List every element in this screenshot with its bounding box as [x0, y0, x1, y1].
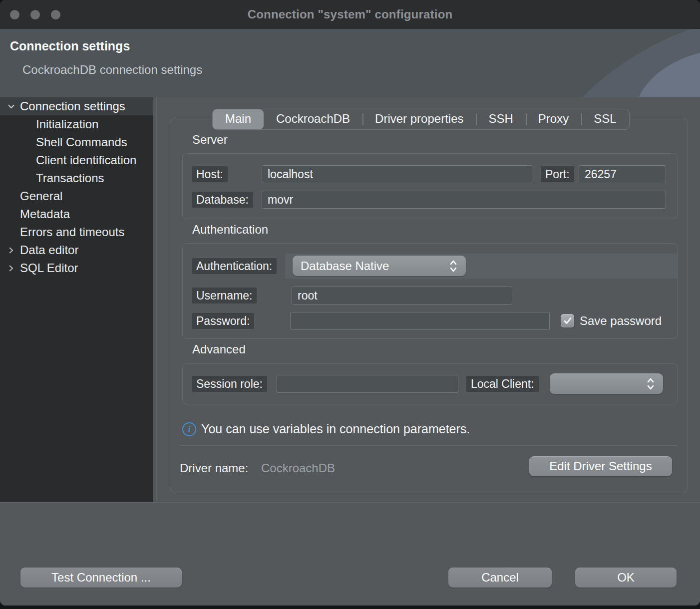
checkmark-icon: [563, 317, 572, 325]
sidebar-item-connection-settings[interactable]: Connection settings: [0, 97, 153, 115]
chevron-right-icon[interactable]: [4, 241, 18, 259]
sidebar-item-client-identification[interactable]: Client identification: [0, 151, 153, 169]
connection-configuration-dialog: Connection "system" configuration Connec…: [0, 0, 700, 606]
sidebar-item-initialization[interactable]: Initialization: [0, 115, 153, 133]
decorative-swirl-graphic: [550, 29, 700, 97]
host-input[interactable]: [262, 165, 532, 183]
chevron-down-icon[interactable]: [4, 97, 18, 115]
test-connection-button[interactable]: Test Connection ...: [20, 568, 182, 588]
tab-main[interactable]: Main: [213, 109, 264, 129]
authentication-select-value: Database Native: [301, 259, 449, 273]
sidebar-item-shell-commands[interactable]: Shell Commands: [0, 133, 153, 151]
database-input[interactable]: [262, 191, 666, 209]
port-input[interactable]: [579, 165, 666, 183]
window-title: Connection "system" configuration: [248, 7, 453, 21]
chevron-right-icon[interactable]: [4, 259, 18, 277]
username-label: Username:: [192, 288, 257, 304]
driver-name-value: CockroachDB: [261, 461, 335, 475]
tab-ssh[interactable]: SSH: [476, 109, 525, 129]
advanced-groupbox: Session role: Local Client:: [182, 363, 678, 404]
host-label: Host:: [192, 166, 228, 182]
tab-driver-properties[interactable]: Driver properties: [362, 109, 476, 129]
driver-divider: [180, 445, 677, 446]
authentication-groupbox: Authentication: Database Native Username…: [182, 243, 678, 339]
zoom-button[interactable]: [51, 10, 60, 19]
password-label: Password:: [192, 313, 254, 329]
ok-button[interactable]: OK: [575, 568, 677, 588]
cancel-button[interactable]: Cancel: [448, 568, 552, 588]
main-area: Connection settings Initialization Shell…: [0, 97, 700, 503]
advanced-section-heading: Advanced: [192, 342, 246, 356]
up-down-chevrons-icon: [646, 377, 655, 391]
page-title: Connection settings: [10, 39, 130, 53]
tab-ssl[interactable]: SSL: [581, 109, 629, 129]
up-down-chevrons-icon: [449, 259, 458, 273]
tab-cockroachdb[interactable]: CockroachDB: [264, 109, 362, 129]
sidebar-item-metadata[interactable]: Metadata: [0, 205, 153, 223]
sidebar-item-transactions[interactable]: Transactions: [0, 169, 153, 187]
session-role-input[interactable]: [277, 375, 458, 393]
server-groupbox: Host: Port: Database:: [182, 153, 678, 219]
authentication-section-heading: Authentication: [192, 223, 268, 237]
sidebar-item-data-editor[interactable]: Data editor: [0, 241, 153, 259]
database-label: Database:: [192, 192, 253, 208]
minimize-button[interactable]: [30, 10, 40, 19]
title-bar: Connection "system" configuration: [0, 0, 700, 29]
username-input[interactable]: [292, 287, 512, 304]
save-password-checkbox[interactable]: [561, 314, 574, 327]
tab-proxy[interactable]: Proxy: [526, 109, 581, 129]
session-role-label: Session role:: [192, 376, 267, 392]
tab-bar: Main CockroachDB Driver properties SSH P…: [212, 109, 630, 130]
local-client-select[interactable]: [550, 373, 663, 394]
save-password-label[interactable]: Save password: [580, 312, 670, 330]
window-controls: [10, 10, 60, 19]
authentication-select[interactable]: Database Native: [293, 256, 466, 276]
dialog-footer: Test Connection ... Cancel OK: [0, 504, 700, 606]
sidebar-item-errors-and-timeouts[interactable]: Errors and timeouts: [0, 223, 153, 241]
close-button[interactable]: [10, 10, 19, 19]
tab-content-area: Main CockroachDB Driver properties SSH P…: [157, 97, 700, 502]
authentication-label: Authentication:: [192, 258, 277, 274]
edit-driver-settings-button[interactable]: Edit Driver Settings: [529, 456, 672, 476]
driver-name-label: Driver name:: [180, 461, 248, 475]
content-footer-divider: [0, 502, 700, 503]
dialog-header: Connection settings CockroachDB connecti…: [0, 29, 700, 97]
sidebar-item-sql-editor[interactable]: SQL Editor: [0, 259, 153, 277]
password-input[interactable]: [290, 312, 550, 330]
settings-tree: Connection settings Initialization Shell…: [0, 97, 153, 502]
local-client-label: Local Client:: [466, 376, 539, 392]
port-label: Port:: [541, 166, 574, 182]
page-subtitle: CockroachDB connection settings: [22, 63, 202, 77]
info-icon: i: [182, 422, 196, 436]
server-section-heading: Server: [192, 133, 228, 147]
info-message: You can use variables in connection para…: [201, 422, 470, 436]
sidebar-item-general[interactable]: General: [0, 187, 153, 205]
